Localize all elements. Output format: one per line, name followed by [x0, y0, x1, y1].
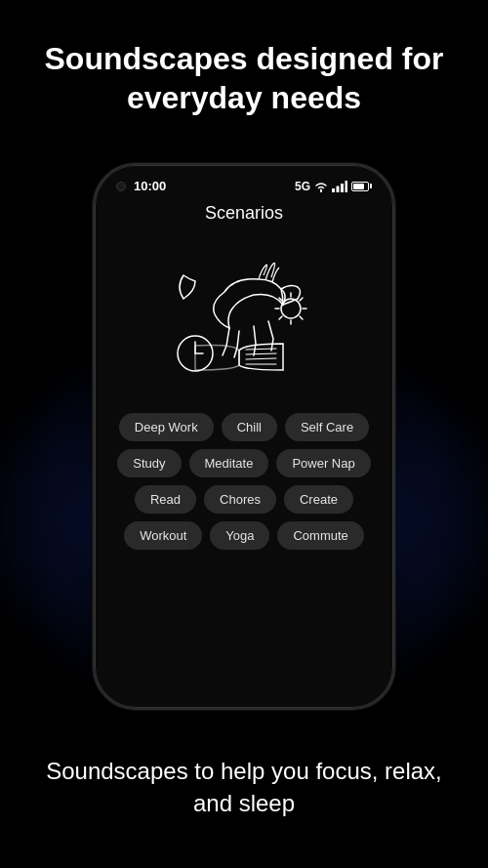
phone-frame: 10:00 5G — [93, 163, 395, 710]
tag-meditate[interactable]: Meditate — [189, 449, 269, 477]
tag-power-nap[interactable]: Power Nap — [276, 449, 370, 477]
status-bar: 10:00 5G — [95, 165, 393, 199]
headline: Soundscapes designed for everyday needs — [0, 0, 488, 137]
screen-content: Scenarios — [95, 199, 393, 708]
tag-self-care[interactable]: Self Care — [285, 413, 369, 441]
scenario-row-0: Deep WorkChillSelf Care — [119, 413, 369, 441]
svg-line-10 — [300, 316, 303, 319]
status-right: 5G — [295, 180, 372, 193]
svg-line-12 — [279, 316, 282, 319]
svg-rect-0 — [332, 188, 335, 192]
tag-deep-work[interactable]: Deep Work — [119, 413, 214, 441]
tag-commute[interactable]: Commute — [277, 521, 363, 550]
network-label: 5G — [295, 180, 310, 193]
signal-icon — [332, 181, 347, 192]
battery-icon — [351, 182, 372, 191]
illustration — [137, 233, 351, 399]
scenarios-container: Deep WorkChillSelf CareStudyMeditatePowe… — [110, 413, 378, 550]
svg-line-17 — [246, 353, 276, 354]
tag-read[interactable]: Read — [135, 485, 196, 514]
scenario-row-2: ReadChoresCreate — [135, 485, 353, 514]
status-time: 10:00 — [134, 179, 166, 193]
tag-chill[interactable]: Chill — [222, 413, 277, 441]
tag-yoga[interactable]: Yoga — [210, 521, 269, 550]
svg-rect-2 — [341, 184, 344, 192]
tag-workout[interactable]: Workout — [124, 521, 202, 550]
screen-title: Scenarios — [205, 203, 283, 224]
subheadline: Soundscapes to help you focus, relax, an… — [0, 736, 488, 868]
svg-line-18 — [246, 358, 276, 359]
scenario-row-3: WorkoutYogaCommute — [124, 521, 364, 550]
tag-chores[interactable]: Chores — [204, 485, 276, 514]
wifi-icon — [314, 181, 328, 192]
tag-create[interactable]: Create — [284, 485, 353, 514]
tag-study[interactable]: Study — [117, 449, 181, 477]
scenario-row-1: StudyMeditatePower Nap — [117, 449, 370, 477]
svg-line-11 — [300, 298, 303, 301]
camera-dot — [116, 182, 126, 191]
svg-rect-3 — [346, 181, 348, 192]
svg-rect-1 — [337, 186, 340, 192]
